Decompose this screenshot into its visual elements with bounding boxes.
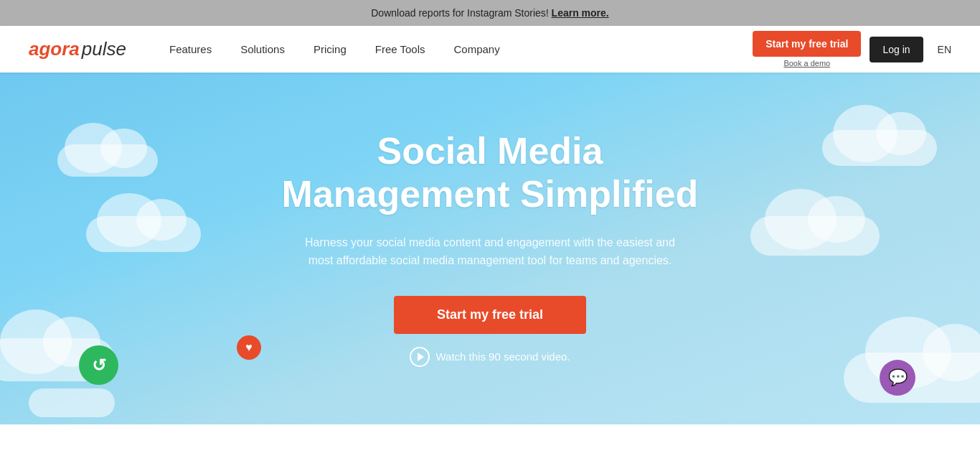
trial-wrapper: Start my free trial Book a demo: [753, 31, 861, 68]
hero-subtitle: Harness your social media content and en…: [296, 233, 684, 270]
hero-trial-button[interactable]: Start my free trial: [394, 296, 586, 334]
nav-pricing[interactable]: Pricing: [314, 43, 347, 55]
cloud-bottom-left-2: [29, 388, 115, 417]
nav-actions: Start my free trial Book a demo Log in E…: [753, 31, 951, 68]
language-selector[interactable]: EN: [938, 44, 951, 55]
cloud-mid-left-1: [86, 216, 201, 252]
play-triangle: [418, 353, 424, 361]
login-button[interactable]: Log in: [870, 37, 923, 62]
nav-free-tools[interactable]: Free Tools: [375, 43, 425, 55]
banner-link[interactable]: Learn more.: [552, 7, 609, 19]
cloud-top-right-1: [822, 130, 937, 166]
hero-title: Social Media Management Simplified: [282, 130, 699, 216]
heart-icon-float: ♥: [237, 335, 261, 360]
hero-title-line1: Social Media: [377, 130, 603, 172]
chat-icon: 💬: [888, 368, 908, 387]
nav-solutions[interactable]: Solutions: [240, 43, 285, 55]
chat-icon-float: 💬: [880, 360, 915, 396]
nav-features[interactable]: Features: [169, 43, 212, 55]
start-trial-button[interactable]: Start my free trial: [753, 31, 861, 57]
refresh-icon-float: ↺: [79, 345, 118, 385]
play-icon: [410, 347, 430, 367]
nav-company[interactable]: Company: [454, 43, 500, 55]
logo-agora: agora: [29, 38, 80, 60]
watch-video[interactable]: Watch this 90 second video.: [282, 347, 699, 367]
logo-pulse: pulse: [82, 38, 126, 60]
banner-text: Download reports for Instagram Stories!: [371, 7, 548, 19]
cloud-top-left-1: [57, 144, 158, 177]
refresh-icon: ↺: [92, 355, 106, 376]
heart-icon: ♥: [245, 341, 253, 354]
navbar: agora pulse Features Solutions Pricing F…: [0, 26, 980, 73]
hero-title-line2: Management Simplified: [282, 173, 699, 215]
nav-links: Features Solutions Pricing Free Tools Co…: [169, 43, 753, 55]
hero-section: ↺ ♥ 💬 Social Media Management Simplified…: [0, 73, 980, 424]
logo[interactable]: agora pulse: [29, 38, 126, 60]
cloud-mid-right-1: [750, 216, 880, 256]
book-demo-link[interactable]: Book a demo: [783, 59, 830, 68]
top-banner: Download reports for Instagram Stories! …: [0, 0, 980, 26]
hero-content: Social Media Management Simplified Harne…: [282, 130, 699, 367]
watch-video-label: Watch this 90 second video.: [435, 350, 570, 363]
